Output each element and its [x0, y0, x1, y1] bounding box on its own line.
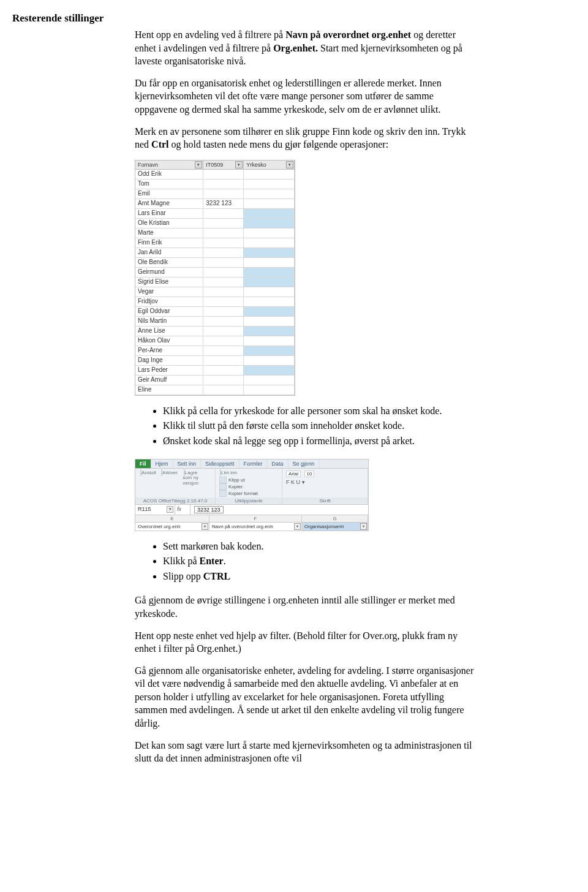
filter-dropdown-icon[interactable]: ▾: [235, 161, 243, 168]
btn-lim-inn[interactable]: Lim inn: [219, 471, 238, 476]
col-letter[interactable]: F: [209, 515, 302, 522]
cell-name[interactable]: Ole Bendik: [135, 258, 203, 268]
cell-it0509[interactable]: [203, 366, 244, 376]
btn-avslutt[interactable]: Avslutt: [139, 471, 157, 476]
cell-name[interactable]: Odd Erik: [135, 170, 203, 180]
cell-yrkeskode[interactable]: [244, 307, 295, 317]
cell-it0509[interactable]: [203, 170, 244, 180]
filter-dropdown-icon[interactable]: ▾: [195, 161, 202, 168]
cell-name[interactable]: Geirmund: [135, 268, 203, 278]
btn-kopier[interactable]: Kopier: [219, 483, 258, 490]
tab-hjem[interactable]: Hjem: [151, 459, 173, 468]
cell-name[interactable]: Emil: [135, 189, 203, 199]
cell-name[interactable]: Lars Peder: [135, 366, 203, 376]
col-letter[interactable]: E: [135, 515, 209, 522]
col-header[interactable]: IT0509 ▾: [203, 161, 244, 170]
font-name-select[interactable]: Arial: [286, 471, 301, 477]
cell-yrkeskode[interactable]: [244, 248, 295, 258]
cell-yrkeskode[interactable]: [244, 219, 295, 229]
btn-lagre-som[interactable]: Lagre som ny versjon: [181, 471, 200, 486]
cell-yrkeskode[interactable]: [244, 180, 295, 189]
cell-yrkeskode[interactable]: [244, 258, 295, 268]
font-style-controls[interactable]: F K U ▾: [286, 479, 364, 485]
cell-name[interactable]: Lars Einar: [135, 209, 203, 219]
cell-name[interactable]: Ole Kristian: [135, 219, 203, 229]
cell-name[interactable]: Jan Arild: [135, 248, 203, 258]
cell-name[interactable]: Sigrid Elise: [135, 278, 203, 287]
cell-name[interactable]: Finn Erik: [135, 238, 203, 248]
tab-data[interactable]: Data: [268, 459, 288, 468]
cell-it0509[interactable]: [203, 307, 244, 317]
tab-formler[interactable]: Formler: [239, 459, 268, 468]
cell-yrkeskode[interactable]: [244, 346, 295, 356]
cell-name[interactable]: Tom: [135, 180, 203, 189]
cell-it0509[interactable]: [203, 376, 244, 385]
cell-name[interactable]: Geir Arnulf: [135, 376, 203, 385]
tab-sett-inn[interactable]: Sett inn: [173, 459, 202, 468]
cell-it0509[interactable]: [203, 180, 244, 189]
btn-kopier-format[interactable]: Kopier format: [219, 490, 258, 497]
cell-name[interactable]: Egil Oddvar: [135, 307, 203, 317]
cell-it0509[interactable]: [203, 327, 244, 336]
cell-it0509[interactable]: 3232 123: [203, 199, 244, 209]
cell-name[interactable]: Per-Arne: [135, 346, 203, 356]
cell-yrkeskode[interactable]: [244, 278, 295, 287]
cell-yrkeskode[interactable]: [244, 268, 295, 278]
btn-arkiver[interactable]: Arkiver: [160, 471, 179, 476]
chevron-down-icon[interactable]: ▾: [167, 506, 173, 513]
cell-yrkeskode[interactable]: [244, 366, 295, 376]
col-header[interactable]: Yrkesko ▾: [244, 161, 295, 170]
cell-yrkeskode[interactable]: [244, 170, 295, 180]
filter-cell[interactable]: Navn på overordnet org.enh▾: [209, 523, 302, 531]
cell-yrkeskode[interactable]: [244, 209, 295, 219]
cell-yrkeskode[interactable]: [244, 238, 295, 248]
cell-name[interactable]: Fridtjov: [135, 297, 203, 307]
cell-name[interactable]: Marte: [135, 229, 203, 238]
col-header[interactable]: Fornavn ▾: [135, 161, 203, 170]
cell-yrkeskode[interactable]: [244, 287, 295, 297]
cell-it0509[interactable]: [203, 258, 244, 268]
tab-sideoppsett[interactable]: Sideoppsett: [201, 459, 239, 468]
font-size-select[interactable]: 10: [304, 471, 315, 477]
cell-name[interactable]: Håkon Olav: [135, 336, 203, 346]
cell-name[interactable]: Vegar: [135, 287, 203, 297]
cell-it0509[interactable]: [203, 336, 244, 346]
cell-it0509[interactable]: [203, 229, 244, 238]
cell-yrkeskode[interactable]: [244, 189, 295, 199]
cell-it0509[interactable]: [203, 278, 244, 287]
formula-bar[interactable]: 3232 123: [190, 505, 227, 515]
filter-dropdown-icon[interactable]: ▾: [294, 523, 301, 530]
cell-name[interactable]: Anne Lise: [135, 327, 203, 336]
cell-yrkeskode[interactable]: [244, 327, 295, 336]
filter-dropdown-icon[interactable]: ▾: [360, 523, 367, 530]
cell-it0509[interactable]: [203, 248, 244, 258]
filter-dropdown-icon[interactable]: ▾: [202, 523, 208, 530]
cell-name[interactable]: Eline: [135, 385, 203, 395]
cell-it0509[interactable]: [203, 268, 244, 278]
cell-yrkeskode[interactable]: [244, 336, 295, 346]
cell-it0509[interactable]: [203, 209, 244, 219]
cell-yrkeskode[interactable]: [244, 199, 295, 209]
cell-yrkeskode[interactable]: [244, 356, 295, 366]
btn-klipp-ut[interactable]: Klipp ut: [219, 477, 258, 483]
cell-name[interactable]: Dag Inge: [135, 356, 203, 366]
cell-yrkeskode[interactable]: [244, 385, 295, 395]
cell-it0509[interactable]: [203, 317, 244, 327]
cell-it0509[interactable]: [203, 297, 244, 307]
cell-it0509[interactable]: [203, 238, 244, 248]
cell-yrkeskode[interactable]: [244, 317, 295, 327]
col-letter[interactable]: G: [302, 515, 368, 522]
cell-yrkeskode[interactable]: [244, 297, 295, 307]
cell-name[interactable]: Arnt Magne: [135, 199, 203, 209]
filter-cell[interactable]: Organisasjonsenh▾: [302, 523, 368, 531]
tab-fil[interactable]: Fil: [135, 459, 151, 468]
tab-se-gjennom[interactable]: Se gjenn: [288, 459, 320, 468]
cell-it0509[interactable]: [203, 189, 244, 199]
cell-yrkeskode[interactable]: [244, 229, 295, 238]
filter-cell[interactable]: Overordnet org.enh▾: [135, 523, 209, 531]
cell-it0509[interactable]: [203, 219, 244, 229]
cell-it0509[interactable]: [203, 287, 244, 297]
cell-yrkeskode[interactable]: [244, 376, 295, 385]
cell-it0509[interactable]: [203, 385, 244, 395]
cell-it0509[interactable]: [203, 356, 244, 366]
